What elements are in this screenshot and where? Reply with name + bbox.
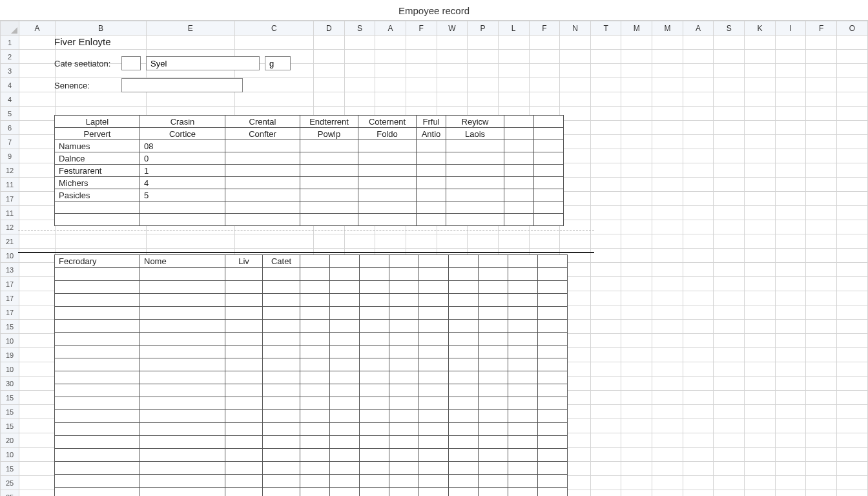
t2-cell[interactable]: [389, 320, 419, 333]
cell[interactable]: [745, 277, 776, 291]
t2-cell[interactable]: [389, 410, 419, 423]
cell[interactable]: [621, 277, 652, 291]
cell[interactable]: [714, 277, 745, 291]
col-header-1[interactable]: B: [55, 21, 146, 36]
t2-cell[interactable]: [55, 268, 140, 281]
t1-subheader[interactable]: Confter: [225, 128, 300, 140]
row-header[interactable]: 10: [1, 249, 19, 263]
t2-cell[interactable]: [419, 268, 449, 281]
cell[interactable]: [714, 391, 745, 405]
cell[interactable]: [745, 64, 776, 78]
row-header[interactable]: 2: [1, 50, 19, 64]
t2-cell[interactable]: [538, 475, 568, 488]
cell[interactable]: [714, 263, 745, 277]
cell[interactable]: [621, 220, 652, 234]
cell[interactable]: [437, 50, 468, 64]
cell[interactable]: [313, 234, 344, 249]
cell[interactable]: [683, 263, 714, 277]
t2-cell[interactable]: [538, 423, 568, 436]
t2-cell[interactable]: [263, 475, 300, 488]
input-cate-2[interactable]: [146, 56, 260, 70]
cell[interactable]: [745, 291, 776, 305]
cell[interactable]: [775, 178, 806, 192]
data-table-1[interactable]: LaptelCrasinCrentalEndterrentCoternentFr…: [54, 115, 564, 226]
t2-cell[interactable]: [225, 488, 263, 497]
cell[interactable]: [652, 320, 683, 334]
cell[interactable]: [529, 92, 560, 107]
t1-cell[interactable]: [358, 152, 417, 165]
t1-cell[interactable]: [55, 202, 140, 214]
t1-cell[interactable]: [446, 165, 504, 177]
t2-cell[interactable]: [140, 410, 225, 423]
t2-cell[interactable]: [419, 384, 449, 397]
t2-cell[interactable]: [263, 294, 300, 307]
cell[interactable]: [590, 490, 621, 497]
cell[interactable]: [806, 405, 837, 419]
t1-cell[interactable]: [55, 214, 140, 226]
cell[interactable]: [806, 234, 837, 249]
cell[interactable]: [837, 405, 868, 419]
t2-cell[interactable]: [330, 346, 360, 358]
cell[interactable]: [837, 121, 868, 135]
cell[interactable]: [837, 490, 868, 497]
t2-cell[interactable]: [263, 410, 300, 423]
cell[interactable]: [683, 249, 714, 263]
cell[interactable]: [590, 462, 621, 476]
cell[interactable]: [806, 178, 837, 192]
cell[interactable]: [714, 490, 745, 497]
cell[interactable]: [745, 149, 776, 163]
t2-cell[interactable]: [55, 320, 140, 333]
t2-cell[interactable]: [263, 320, 300, 333]
t2-cell[interactable]: [419, 436, 449, 449]
t2-cell[interactable]: [419, 346, 449, 358]
cell[interactable]: [806, 78, 837, 92]
t2-cell[interactable]: [479, 488, 508, 497]
t2-cell[interactable]: [419, 307, 449, 320]
cell[interactable]: [775, 334, 806, 348]
cell[interactable]: [652, 405, 683, 419]
row-header[interactable]: 17: [1, 305, 19, 320]
col-header-7[interactable]: F: [406, 21, 437, 36]
cell[interactable]: [19, 448, 56, 462]
t2-cell[interactable]: [263, 436, 300, 449]
t2-cell[interactable]: [140, 488, 225, 497]
t2-header[interactable]: [508, 255, 538, 268]
cell[interactable]: [621, 249, 652, 263]
cell[interactable]: [714, 135, 745, 149]
cell[interactable]: [590, 234, 621, 249]
t2-cell[interactable]: [389, 371, 419, 384]
cell[interactable]: [590, 305, 621, 320]
cell[interactable]: [621, 92, 652, 107]
cell[interactable]: [745, 192, 776, 206]
t1-cell[interactable]: 0: [140, 152, 225, 165]
t2-cell[interactable]: [330, 320, 360, 333]
t1-cell[interactable]: [534, 165, 564, 177]
t2-cell[interactable]: [508, 462, 538, 475]
t1-header[interactable]: Coternent: [358, 116, 417, 128]
cell[interactable]: [652, 78, 683, 92]
row-header[interactable]: 15: [1, 405, 19, 419]
cell[interactable]: [806, 163, 837, 178]
t2-cell[interactable]: [479, 320, 508, 333]
cell[interactable]: [775, 121, 806, 135]
cell[interactable]: [590, 163, 621, 178]
t1-cell[interactable]: [504, 165, 534, 177]
t2-cell[interactable]: [225, 358, 263, 371]
t2-cell[interactable]: [508, 307, 538, 320]
t2-cell[interactable]: [508, 320, 538, 333]
t1-cell[interactable]: [504, 152, 534, 165]
cell[interactable]: [652, 220, 683, 234]
row-header[interactable]: 5: [1, 107, 19, 121]
cell[interactable]: [560, 121, 591, 135]
col-header-5[interactable]: S: [344, 21, 375, 36]
cell[interactable]: [806, 348, 837, 362]
cell[interactable]: [806, 249, 837, 263]
cell[interactable]: [745, 78, 776, 92]
t2-cell[interactable]: [330, 371, 360, 384]
t2-cell[interactable]: [55, 462, 140, 475]
cell[interactable]: [745, 490, 776, 497]
cell[interactable]: [621, 163, 652, 178]
t1-cell[interactable]: [140, 214, 225, 226]
cell[interactable]: [745, 476, 776, 490]
cell[interactable]: [375, 234, 406, 249]
